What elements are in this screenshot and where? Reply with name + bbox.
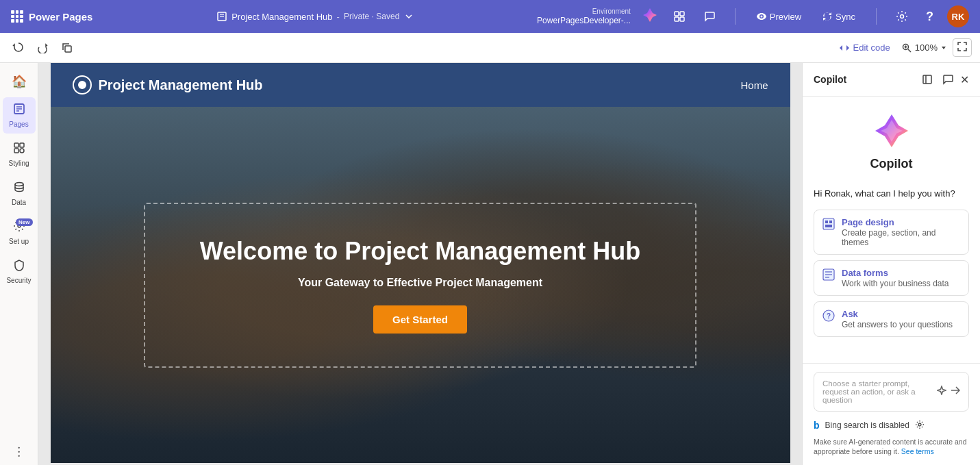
redo-button[interactable] (33, 40, 52, 56)
sparkle-icon (937, 386, 946, 395)
site-frame: Project Management Hub Home Welcome to P… (51, 63, 790, 463)
page-design-text: Page design Create page, section, and th… (842, 217, 960, 247)
sidebar-item-styling[interactable]: Styling (3, 136, 36, 173)
env-name: PowerPagesDeveloper-... (537, 16, 631, 27)
hero-cta-button[interactable]: Get Started (373, 305, 467, 334)
sidebar-item-security[interactable]: Security (3, 253, 36, 290)
undo-button[interactable] (8, 40, 27, 56)
svg-text:?: ? (827, 312, 831, 320)
sidebar-item-data[interactable]: Data (3, 175, 36, 212)
undo-icon (12, 42, 23, 53)
svg-point-20 (20, 149, 24, 153)
copilot-top-btn-wrapper (640, 5, 659, 27)
bing-row: b Bing search is disabled (814, 420, 969, 431)
preview-button[interactable]: Preview (751, 8, 807, 25)
code-icon (839, 42, 850, 53)
sidebar-item-setup[interactable]: New Set up (3, 214, 36, 251)
svg-rect-25 (823, 218, 834, 229)
styling-label: Styling (8, 160, 29, 167)
copilot-expand-btn[interactable] (919, 71, 935, 88)
pages-sidebar-icon (13, 103, 25, 118)
copilot-input-area[interactable]: Choose a starter prompt, request an acti… (814, 372, 969, 412)
redo-icon (37, 42, 48, 53)
title-separator: - (337, 12, 340, 22)
waffle-icon[interactable] (11, 10, 23, 23)
add-prompt-btn[interactable] (937, 386, 946, 398)
svg-point-35 (918, 423, 921, 426)
site-nav-link[interactable]: Home (740, 79, 768, 91)
user-avatar[interactable]: RK (947, 5, 969, 27)
top-bar: Power Pages Project Management Hub - Pri… (0, 0, 980, 33)
copy-button[interactable] (58, 40, 77, 56)
svg-rect-28 (825, 225, 832, 227)
svg-rect-23 (923, 75, 931, 84)
left-sidebar: 🏠 Pages Styling (0, 63, 38, 465)
copilot-chat-btn[interactable] (940, 71, 956, 88)
setup-label: Set up (9, 238, 29, 245)
ask-icon: ? (822, 310, 835, 325)
copilot-input-placeholder: Choose a starter prompt, request an acti… (822, 379, 937, 404)
bing-logo: b (814, 420, 820, 431)
copy-icon (62, 42, 73, 53)
sidebar-item-pages[interactable]: Pages (3, 97, 36, 134)
site-title-bar: Project Management Hub - Private · Saved (101, 11, 529, 22)
sync-label: Sync (835, 12, 855, 22)
pages-label: Pages (9, 121, 28, 128)
copilot-logo-area: Copilot (803, 97, 980, 179)
divider (735, 8, 736, 25)
hero-subtitle: Your Gateway to Effective Project Manage… (200, 277, 640, 289)
data-icon (13, 181, 25, 197)
page-design-title: Page design (842, 217, 960, 227)
data-forms-title: Data forms (842, 268, 949, 278)
svg-line-10 (908, 49, 911, 52)
copilot-option-page-design[interactable]: Page design Create page, section, and th… (814, 210, 969, 255)
sync-button[interactable]: Sync (816, 8, 861, 25)
copilot-footer: Choose a starter prompt, request an acti… (803, 363, 980, 465)
zoom-dropdown-icon[interactable] (940, 45, 947, 51)
svg-rect-4 (680, 12, 684, 16)
copilot-header: Copilot ✕ (803, 63, 980, 97)
ask-desc: Get answers to your questions (842, 320, 953, 329)
secondary-bar-right: Edit code 100% (833, 38, 972, 57)
edit-code-button[interactable]: Edit code (833, 40, 896, 56)
see-terms-link[interactable]: See terms (901, 447, 934, 455)
bing-settings-btn[interactable] (915, 420, 925, 431)
copilot-panel: Copilot ✕ (802, 63, 980, 465)
env-label: Environment (537, 7, 631, 16)
site-navigation: Project Management Hub Home (51, 63, 790, 107)
chat-btn[interactable] (699, 8, 720, 25)
copilot-header-icons: ✕ (919, 71, 969, 88)
sidebar-item-home[interactable]: 🏠 (3, 68, 36, 95)
site-logo-icon (73, 75, 92, 95)
copilot-title-row: Copilot (814, 74, 846, 85)
pages-view-btn[interactable] (669, 8, 690, 25)
security-icon (13, 259, 25, 275)
chat-panel-icon (942, 74, 953, 85)
zoom-icon (901, 42, 912, 53)
site-title: Project Management Hub (231, 12, 332, 22)
top-bar-right: Environment PowerPagesDeveloper-... (537, 5, 969, 27)
security-label: Security (6, 277, 31, 284)
copilot-option-data-forms[interactable]: Data forms Work with your business data (814, 260, 969, 296)
svg-rect-5 (675, 17, 679, 21)
input-actions (937, 386, 960, 398)
dropdown-arrow-icon[interactable] (405, 12, 413, 21)
copilot-top-icon[interactable] (640, 5, 659, 25)
copilot-option-ask[interactable]: ? Ask Get answers to your questions (814, 301, 969, 337)
data-forms-icon (822, 268, 835, 284)
help-btn[interactable]: ? (922, 7, 938, 27)
divider2 (876, 8, 877, 25)
send-button[interactable] (951, 386, 960, 398)
styling-icon (13, 142, 25, 158)
sidebar-more-btn[interactable]: ● ● ● (18, 446, 20, 457)
preview-label: Preview (770, 12, 801, 22)
expand-button[interactable] (953, 38, 972, 57)
site-logo: Project Management Hub (73, 75, 263, 95)
copilot-close-button[interactable]: ✕ (960, 73, 969, 86)
expand-icon (957, 42, 967, 51)
copilot-gem-logo (871, 110, 912, 151)
copilot-greeting: Hi Ronak, what can I help you with? (814, 188, 969, 200)
settings-btn[interactable] (892, 8, 912, 25)
svg-rect-19 (14, 149, 18, 153)
page-design-desc: Create page, section, and themes (842, 228, 960, 247)
